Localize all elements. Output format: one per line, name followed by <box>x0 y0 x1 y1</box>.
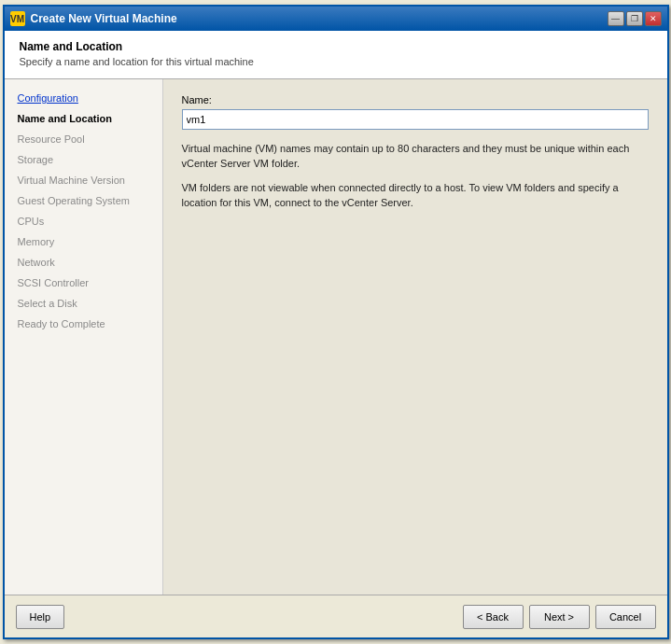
restore-button[interactable]: ❐ <box>626 11 643 26</box>
name-field-label: Name: <box>182 94 649 105</box>
sidebar-item-resource-pool: Resource Pool <box>12 130 155 148</box>
title-bar: VM Create New Virtual Machine — ❐ ✕ <box>5 7 667 31</box>
title-bar-left: VM Create New Virtual Machine <box>10 11 177 26</box>
sidebar-item-memory: Memory <box>12 232 155 251</box>
vm-name-input[interactable] <box>182 109 649 130</box>
content-area: Configuration Name and Location Resource… <box>5 79 667 595</box>
header-subtitle: Specify a name and location for this vir… <box>20 56 652 67</box>
header-title: Name and Location <box>20 40 652 53</box>
sidebar-item-network: Network <box>12 253 155 272</box>
info-text-2: VM folders are not viewable when connect… <box>182 180 649 210</box>
help-button[interactable]: Help <box>16 605 65 629</box>
window-title: Create New Virtual Machine <box>31 12 177 25</box>
navigation-buttons: < Back Next > Cancel <box>463 605 656 629</box>
sidebar-item-virtual-machine-version: Virtual Machine Version <box>12 171 155 189</box>
sidebar-item-select-a-disk: Select a Disk <box>12 294 155 313</box>
window-icon: VM <box>10 11 25 26</box>
minimize-button[interactable]: — <box>608 11 624 26</box>
next-button[interactable]: Next > <box>529 605 590 629</box>
cancel-button[interactable]: Cancel <box>595 605 656 629</box>
title-bar-buttons: — ❐ ✕ <box>608 11 662 26</box>
sidebar-item-ready-to-complete: Ready to Complete <box>12 315 155 333</box>
bottom-bar: Help < Back Next > Cancel <box>5 595 667 637</box>
info-text-1: Virtual machine (VM) names may contain u… <box>182 141 649 171</box>
main-panel: Name: Virtual machine (VM) names may con… <box>163 79 667 595</box>
sidebar-item-scsi-controller: SCSI Controller <box>12 273 155 292</box>
sidebar-item-configuration[interactable]: Configuration <box>12 89 155 107</box>
sidebar: Configuration Name and Location Resource… <box>5 79 163 595</box>
close-button[interactable]: ✕ <box>645 11 662 26</box>
header-section: Name and Location Specify a name and loc… <box>5 31 667 79</box>
sidebar-item-cpus: CPUs <box>12 212 155 231</box>
sidebar-item-storage: Storage <box>12 150 155 169</box>
sidebar-item-guest-operating-system: Guest Operating System <box>12 191 155 210</box>
back-button[interactable]: < Back <box>463 605 524 629</box>
sidebar-item-name-and-location: Name and Location <box>12 109 155 128</box>
main-window: VM Create New Virtual Machine — ❐ ✕ Name… <box>3 5 669 639</box>
